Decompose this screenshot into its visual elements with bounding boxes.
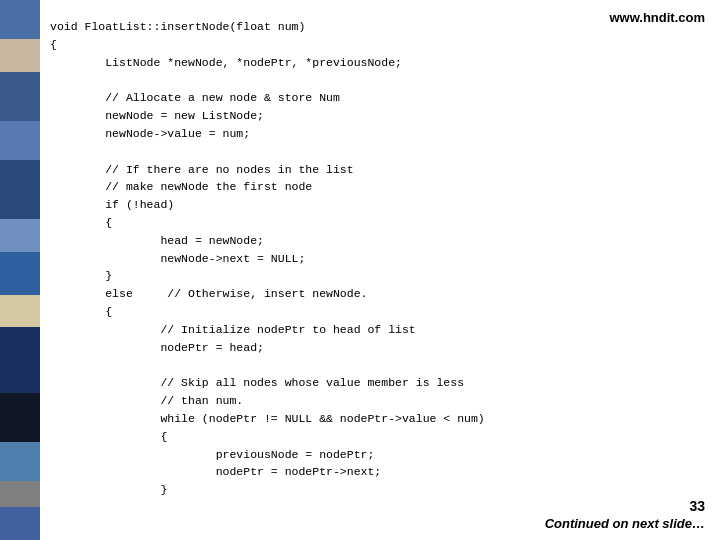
sidebar-strip-1 xyxy=(0,0,40,39)
code-line-12: { xyxy=(50,216,112,229)
code-line-3: ListNode *newNode, *nodePtr, *previousNo… xyxy=(50,56,402,69)
sidebar-strip-5 xyxy=(0,160,40,219)
sidebar xyxy=(0,0,40,540)
code-line-26: nodePtr = nodePtr->next; xyxy=(50,465,381,478)
code-line-23: while (nodePtr != NULL && nodePtr->value… xyxy=(50,412,485,425)
sidebar-strip-2 xyxy=(0,39,40,72)
sidebar-strip-13 xyxy=(0,507,40,540)
code-line-14: newNode->next = NULL; xyxy=(50,252,305,265)
code-line-19: nodePtr = head; xyxy=(50,341,264,354)
sidebar-strip-8 xyxy=(0,295,40,328)
code-line-18: // Initialize nodePtr to head of list xyxy=(50,323,416,336)
code-line-10: // make newNode the first node xyxy=(50,180,312,193)
sidebar-strip-12 xyxy=(0,481,40,507)
code-line-27: } xyxy=(50,483,167,496)
sidebar-strip-10 xyxy=(0,393,40,442)
code-line-17: { xyxy=(50,305,112,318)
code-line-24: { xyxy=(50,430,167,443)
code-block: void FloatList::insertNode(float num) { … xyxy=(50,18,705,499)
sidebar-strip-6 xyxy=(0,219,40,252)
code-line-22: // than num. xyxy=(50,394,243,407)
sidebar-strip-4 xyxy=(0,121,40,160)
code-line-9: // If there are no nodes in the list xyxy=(50,163,354,176)
code-line-6: newNode = new ListNode; xyxy=(50,109,264,122)
code-line-16: else // Otherwise, insert newNode. xyxy=(50,287,367,300)
slide-number: 33 xyxy=(545,498,705,514)
sidebar-strip-7 xyxy=(0,252,40,295)
code-line-25: previousNode = nodePtr; xyxy=(50,448,374,461)
sidebar-strip-11 xyxy=(0,442,40,481)
code-line-13: head = newNode; xyxy=(50,234,264,247)
sidebar-strip-3 xyxy=(0,72,40,121)
code-line-21: // Skip all nodes whose value member is … xyxy=(50,376,464,389)
bottom-bar: 33 Continued on next slide… xyxy=(545,498,705,532)
website-url: www.hndit.com xyxy=(609,10,705,25)
main-content: www.hndit.com void FloatList::insertNode… xyxy=(40,0,720,540)
code-line-15: } xyxy=(50,269,112,282)
code-line-2: { xyxy=(50,38,57,51)
code-line-7: newNode->value = num; xyxy=(50,127,250,140)
code-line-11: if (!head) xyxy=(50,198,174,211)
continued-text: Continued on next slide… xyxy=(545,516,705,531)
code-line-5: // Allocate a new node & store Num xyxy=(50,91,340,104)
sidebar-strip-9 xyxy=(0,327,40,392)
code-line-1: void FloatList::insertNode(float num) xyxy=(50,20,305,33)
